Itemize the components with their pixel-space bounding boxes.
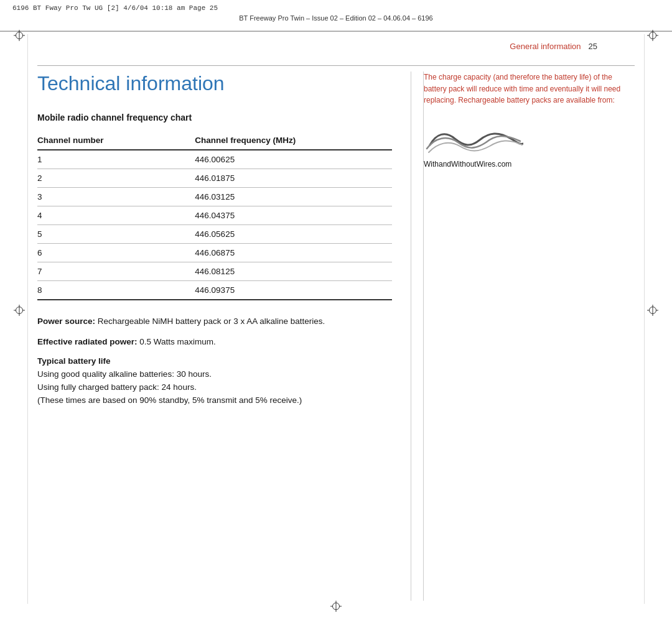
freq-chart-subtitle: Mobile radio channel frequency chart	[37, 113, 392, 123]
page-container: 6196 BT Fway Pro Tw UG [2] 4/6/04 10:18 …	[0, 0, 672, 638]
crosshair-mid-right	[647, 305, 658, 316]
channel-freq-cell: 446.01875	[195, 169, 392, 188]
left-column: Technical information Mobile radio chann…	[37, 72, 411, 601]
channel-freq-cell: 446.06875	[195, 244, 392, 262]
channel-number-cell: 7	[37, 262, 195, 281]
channel-freq-cell: 446.03125	[195, 188, 392, 206]
sidebar-text: The charge capacity (and therefore the b…	[424, 72, 635, 106]
power-source-value: Rechargeable NiMH battery pack or 3 x AA…	[95, 317, 325, 326]
edge-line-right	[644, 34, 645, 604]
col-header-freq: Channel frequency (MHz)	[195, 131, 392, 150]
header-rule	[0, 31, 672, 32]
channel-number-cell: 1	[37, 150, 195, 169]
table-row: 7446.08125	[37, 262, 392, 281]
battery-body: Using good quality alkaline batteries: 3…	[37, 368, 392, 407]
table-row: 8446.09375	[37, 281, 392, 300]
frequency-table: Channel number Channel frequency (MHz) 1…	[37, 131, 392, 300]
table-row: 2446.01875	[37, 169, 392, 188]
section-header-page: 25	[589, 42, 597, 51]
channel-freq-cell: 446.04375	[195, 206, 392, 225]
crosshair-mid-left	[14, 305, 25, 316]
channel-number-cell: 6	[37, 244, 195, 262]
logo-wave-svg	[424, 121, 523, 155]
channel-number-cell: 4	[37, 206, 195, 225]
radiated-power-label: Effective radiated power:	[37, 337, 138, 346]
table-row: 6446.06875	[37, 244, 392, 262]
logo-name: WithandWithoutWires.com	[424, 160, 511, 169]
channel-freq-cell: 446.08125	[195, 262, 392, 281]
edition-info: BT Freeway Pro Twin – Issue 02 – Edition…	[12, 14, 660, 22]
main-content: Technical information Mobile radio chann…	[37, 72, 635, 601]
channel-number-cell: 3	[37, 188, 195, 206]
crosshair-top-right	[647, 30, 658, 41]
section-header: General information 25	[0, 34, 635, 56]
channel-number-cell: 8	[37, 281, 195, 300]
battery-title: Typical battery life	[37, 356, 392, 366]
logo-area: WithandWithoutWires.com	[424, 121, 635, 169]
channel-freq-cell: 446.05625	[195, 225, 392, 244]
radiated-power-value: 0.5 Watts maximum.	[138, 337, 216, 346]
file-info: 6196 BT Fway Pro Tw UG [2] 4/6/04 10:18 …	[12, 4, 660, 13]
channel-freq-cell: 446.09375	[195, 281, 392, 300]
channel-number-cell: 2	[37, 169, 195, 188]
radiated-power-text: Effective radiated power: 0.5 Watts maxi…	[37, 336, 392, 349]
power-source-label: Power source:	[37, 317, 95, 326]
section-header-label: General information	[510, 42, 581, 51]
channel-number-cell: 5	[37, 225, 195, 244]
edge-line-left	[27, 34, 28, 604]
channel-freq-cell: 446.00625	[195, 150, 392, 169]
right-column: The charge capacity (and therefore the b…	[411, 72, 635, 601]
battery-line1: Using good quality alkaline batteries: 3…	[37, 369, 212, 379]
battery-line2: Using fully charged battery pack: 24 hou…	[37, 382, 197, 392]
section-rule	[37, 65, 635, 66]
top-header: 6196 BT Fway Pro Tw UG [2] 4/6/04 10:18 …	[0, 0, 672, 31]
table-row: 4446.04375	[37, 206, 392, 225]
table-row: 5446.05625	[37, 225, 392, 244]
battery-line3: (These times are based on 90% standby, 5…	[37, 395, 302, 405]
power-source-text: Power source: Rechargeable NiMH battery …	[37, 315, 392, 328]
table-row: 3446.03125	[37, 188, 392, 206]
battery-section: Typical battery life Using good quality …	[37, 356, 392, 407]
page-title: Technical information	[37, 72, 392, 95]
table-row: 1446.00625	[37, 150, 392, 169]
crosshair-bottom-mid	[330, 601, 342, 612]
logo-text-area: WithandWithoutWires.com	[424, 160, 635, 169]
col-header-channel: Channel number	[37, 131, 195, 150]
crosshair-top-left	[14, 30, 25, 41]
